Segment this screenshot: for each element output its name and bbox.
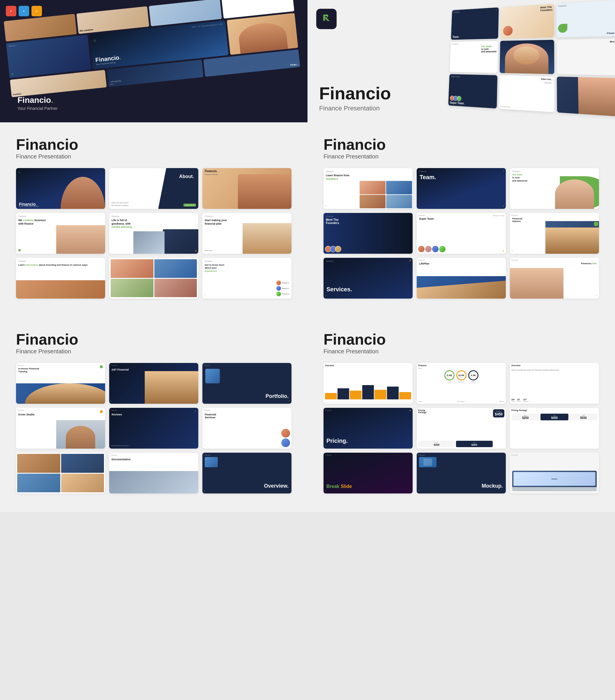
slide-s4r2c2: PricingPackage Platinum $450 Basic $250 … [417,408,506,449]
section3-row2: Financio Kreev Studio Financio ● Reviews… [16,408,291,449]
slide-s2r3c3: Financio Financiopedia + [510,258,599,299]
slide-s1r3c3: Financio Get to know moreabout yourexper… [202,258,291,299]
hero-logo: Financio. [17,96,53,105]
slide-s1r2c2: Financio Life is full ofgoodness, withca… [109,213,198,254]
slide-s1r3c2 [109,258,198,299]
slide-s3r1c1: Financio In-House FinancialTraining [16,363,105,404]
section1-row1: ◇ Financio. Your Financial Partner About… [16,168,291,209]
product-subtitle: Finance Presentation [319,104,391,112]
slide-s3r1c3: Financio Portfolio. + [202,363,291,404]
slide-s4r1c2: Financio Apps 9.4M Value $2.5M Revenue 4… [417,363,506,404]
section2-row3: Financio Services. + ★ Financio LifePlan… [324,258,599,299]
hero-light-panel: Financio Team. + Meet TheFounders Financ… [308,0,615,122]
slide-s3r2c3: Financio FinancialServices + [202,408,291,449]
hero-dark-panel: P K G [0,0,308,122]
slide-s2r2c2: Financio ★ Super Team Super Team ★ [417,213,506,254]
section4-row3: Financio Break Slide + Financio Mockup. … [324,453,599,493]
slide-s2r2c1: Financio Meet TheFounders [324,213,413,254]
hero-thumb-8: Start ma... financial... financial plan [499,75,554,112]
hero-thumb-5 [500,40,554,74]
section2-row1: Financio Learn finance fromanywhere + Fi… [324,168,599,209]
hero-thumb-1: Financio Team. + [451,7,499,40]
main-grid: P K G [0,0,615,512]
slide-s3r2c2: Financio ● Reviews "Great financial serv… [109,408,198,449]
slide-s1r3c1: Financio Learn Information about investi… [16,258,105,299]
slide-s3r1c2: Financio 24/7 Financial + [109,363,198,404]
logo-box [316,9,337,29]
slide-s1r2c3: Financio Start making yourfinancial plan… [202,213,291,254]
section3-title: Financio [16,332,291,347]
section-bottom-left: Financio Finance Presentation Financio I… [0,317,308,512]
hero-thumb-2: Meet TheFounders [500,4,554,39]
slide-s4r3c1: Financio Break Slide + [324,453,413,493]
slide-s4r2c1: Financio Pricing. + ★ [324,408,413,449]
slide-s1r2c1: Financio We combine businesswith finance [16,213,105,254]
section4-row1: Overview Financio Apps 9.4M [324,363,599,404]
slide-s4r3c3: Financio Financio [510,453,599,493]
slide-s3r3c3: Financio Overview. + [202,453,291,493]
slide-s1r1c2: About. Some text here aboutthe financial… [109,168,198,209]
section4-title: Financio [324,332,599,347]
section-bottom-right: Financio Finance Presentation Overview [308,317,615,512]
hero-thumb-3: Financio Finan... [556,0,615,37]
product-title: Financio [319,83,391,103]
hero-thumb-9 [557,77,615,116]
slide-s4r1c1: Overview [324,363,413,404]
logo-r-letter [321,13,332,25]
hero-thumb-4: Financio Our teamis rockand awesome [450,41,498,73]
section1-row3: Financio Learn Information about investi… [16,258,291,299]
section2-subtitle: Finance Presentation [324,153,599,160]
section2-title: Financio [324,137,599,152]
slide-s4r2c3: Pricing Package Basic $250 Std $450 Plat… [510,408,599,449]
slide-s2r3c2: Financio LifePlan + [417,258,506,299]
section3-row1: Financio In-House FinancialTraining Fina… [16,363,291,404]
section3-row3: Financio Documentation Financio Overview… [16,453,291,493]
section3-subtitle: Finance Presentation [16,348,291,355]
slide-s2r2c3: Financio FinancialAdvisor + [510,213,599,254]
section4-subtitle: Finance Presentation [324,348,599,355]
hero-thumb-grid: Financio Team. + Meet TheFounders Financ… [448,0,615,116]
hero-tagline: Your Financial Partner [17,106,58,111]
slide-s2r1c2: Financio Team. + + [417,168,506,209]
section-middle-right: Financio Finance Presentation Financio L… [308,122,615,317]
section-middle-left: Financio Finance Presentation ◇ Financio… [0,122,308,317]
hero-thumb-6: Bre... [556,38,615,75]
section1-subtitle: Finance Presentation [16,153,291,160]
slide-s4r1c3: Overview Some overview text about the fi… [510,363,599,404]
slide-s3r3c2: Financio Documentation [109,453,198,493]
slide-s2r3c1: Financio Services. + ★ [324,258,413,299]
hero-thumb-7: Super Team Super Team. [448,74,497,109]
slide-s4r3c2: Financio Mockup. + [417,453,506,493]
slide-s2r1c1: Financio Learn finance fromanywhere + [324,168,413,209]
slide-s3r2c1: Financio Kreev Studio [16,408,105,449]
section1-row2: Financio We combine businesswith finance… [16,213,291,254]
slide-s1r1c1: ◇ Financio. Your Financial Partner [16,168,105,209]
section4-row2: Financio Pricing. + ★ PricingPackage Pla… [324,408,599,449]
slide-s2r1c3: Financio Our teamis rockand awesome [510,168,599,209]
slide-s3r3c1 [16,453,105,493]
section1-title: Financio [16,137,291,152]
section2-row2: Financio Meet TheFounders Financio ★ Sup… [324,213,599,254]
slide-s1r1c3: Financio. Financial Partner [202,168,291,209]
